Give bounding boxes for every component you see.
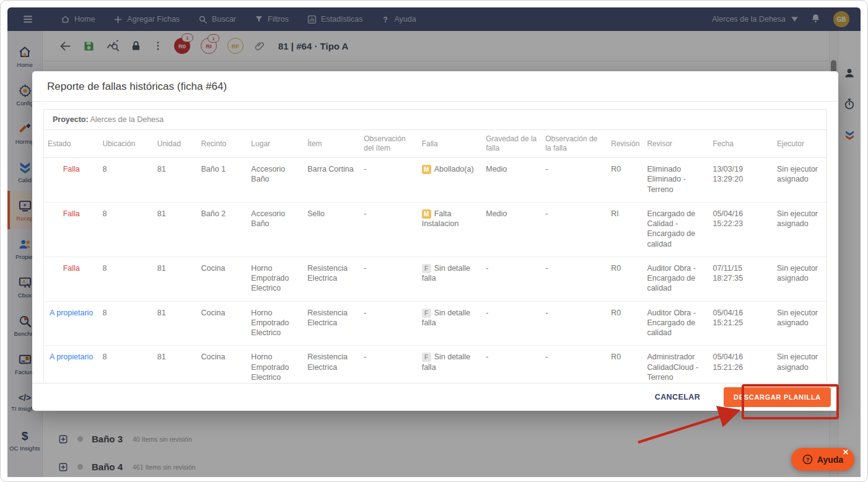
cell-gravedad: - xyxy=(482,256,541,301)
falla-badge-f: F xyxy=(422,353,431,362)
column-header-revision: Revisión xyxy=(607,130,643,158)
cell-lugar: Horno Empotrado Electrico xyxy=(247,256,304,301)
cell-falla: MFalta Instalacion xyxy=(418,202,483,256)
cell-fecha: 13/03/19 13:29:20 xyxy=(709,158,773,203)
cell-lugar: Horno Empotrado Electrico xyxy=(247,346,304,382)
modal-reporte-fallas: Reporte de fallas históricas (ficha #64)… xyxy=(32,71,838,411)
cell-fecha: 05/04/16 15:21:25 xyxy=(709,301,773,346)
column-header-ubicacion: Ubicación xyxy=(99,130,153,158)
cell-fecha: 05/04/16 15:22:23 xyxy=(709,202,773,256)
cell-observacion_falla: - xyxy=(541,346,607,382)
cell-gravedad: Medio xyxy=(482,202,541,256)
cell-estado: A propietario xyxy=(44,301,99,346)
project-label: Proyecto: xyxy=(53,115,89,124)
cell-unidad: 81 xyxy=(154,346,198,382)
cell-ejecutor: Sin ejecutor asignado xyxy=(773,346,826,382)
cell-ejecutor: Sin ejecutor asignado xyxy=(773,202,826,256)
column-header-observacion-de-la-falla: Observación de la falla xyxy=(541,130,607,158)
column-header-lugar: Lugar xyxy=(247,130,304,158)
column-header-unidad: Unidad xyxy=(154,130,198,158)
cell-revisor: Auditor Obra - Encargado de calidad xyxy=(643,256,709,301)
cell-estado: A propietario xyxy=(44,346,99,382)
falla-badge-f: F xyxy=(422,309,431,318)
cell-recinto: Baño 1 xyxy=(198,158,248,203)
cell-revision: R0 xyxy=(607,158,643,203)
cell-observacion_item: - xyxy=(360,158,418,203)
falla-badge-f: F xyxy=(422,264,431,273)
project-row: Proyecto: Alerces de la Dehesa xyxy=(44,110,826,130)
cell-revisor: Eliminado Eliminado - Terreno xyxy=(643,158,709,203)
cell-observacion_item: - xyxy=(360,301,418,346)
table-row: Falla881Baño 1Accesorio BañoBarra Cortin… xyxy=(44,158,826,203)
cell-revision: R0 xyxy=(607,301,643,346)
cell-fecha: 07/11/15 18:27:35 xyxy=(709,256,773,301)
column-header-falla: Falla xyxy=(418,130,483,158)
table-row: A propietario881CocinaHorno Empotrado El… xyxy=(44,301,826,346)
cell-observacion_falla: - xyxy=(541,256,607,301)
cell-gravedad: Medio xyxy=(482,158,541,203)
fallas-table: EstadoUbicaciónUnidadRecintoLugarÍtemObs… xyxy=(44,130,826,382)
cell-observacion_item: - xyxy=(360,202,418,256)
cell-fecha: 05/04/16 15:21:26 xyxy=(709,346,773,382)
cell-unidad: 81 xyxy=(154,158,198,203)
help-fab-label: Ayuda xyxy=(817,455,843,465)
falla-badge-m: M xyxy=(422,209,431,219)
cell-estado: Falla xyxy=(44,202,99,256)
cell-ejecutor: Sin ejecutor asignado xyxy=(773,256,826,301)
cell-lugar: Accesorio Baño xyxy=(247,202,304,256)
cell-observacion_falla: - xyxy=(541,158,607,203)
cell-item: Resistencia Electrica xyxy=(304,301,360,346)
cell-unidad: 81 xyxy=(154,301,198,346)
download-planilla-button[interactable]: DESCARGAR PLANILLA xyxy=(724,387,831,407)
cell-item: Barra Cortina xyxy=(304,158,360,203)
table-row: Falla881CocinaHorno Empotrado ElectricoR… xyxy=(44,256,826,301)
cell-falla: FSin detalle falla xyxy=(418,346,483,382)
cell-ejecutor: Sin ejecutor asignado xyxy=(773,158,826,203)
table-row: A propietario881CocinaHorno Empotrado El… xyxy=(44,346,826,382)
falla-text: Abollado(a) xyxy=(434,165,474,173)
cell-revision: RI xyxy=(607,202,643,256)
cell-item: Resistencia Electrica xyxy=(304,256,360,301)
table-row: Falla881Baño 2Accesorio BañoSello-MFalta… xyxy=(44,202,826,256)
column-header-observacion-del-item: Observación del ítem xyxy=(360,130,418,158)
cell-unidad: 81 xyxy=(154,202,198,256)
cell-revisor: Encargado de Calidad - Encargado de cali… xyxy=(643,202,709,256)
svg-text:?: ? xyxy=(806,457,810,463)
cell-revision: R0 xyxy=(607,346,643,382)
cell-ubicacion: 8 xyxy=(99,301,153,346)
modal-title: Reporte de fallas históricas (ficha #64) xyxy=(32,71,838,102)
column-header-revisor: Revisor xyxy=(643,130,709,158)
help-circle-icon: ? xyxy=(802,454,813,465)
column-header-recinto: Recinto xyxy=(198,130,248,158)
column-header-ejecutor: Ejecutor xyxy=(773,130,826,158)
cell-estado: Falla xyxy=(44,158,99,203)
cell-revisor: Auditor Obra - Encargado de calidad xyxy=(643,301,709,346)
cell-observacion_falla: - xyxy=(541,202,607,256)
cell-falla: FSin detalle falla xyxy=(418,301,483,346)
modal-footer: CANCELAR DESCARGAR PLANILLA xyxy=(32,383,838,411)
cell-falla: MAbollado(a) xyxy=(418,158,483,203)
cell-ubicacion: 8 xyxy=(99,202,153,256)
cell-falla: FSin detalle falla xyxy=(418,256,483,301)
cell-ubicacion: 8 xyxy=(99,158,153,203)
cell-recinto: Baño 2 xyxy=(198,202,248,256)
cell-gravedad: - xyxy=(482,346,541,382)
cell-ubicacion: 8 xyxy=(99,346,153,382)
falla-badge-m: M xyxy=(422,165,431,174)
status-label: A propietario xyxy=(50,353,93,361)
status-label: A propietario xyxy=(50,309,93,317)
cell-item: Resistencia Electrica xyxy=(304,346,360,382)
cell-lugar: Horno Empotrado Electrico xyxy=(247,301,304,346)
help-close-icon[interactable]: ✕ xyxy=(843,449,849,456)
cell-ejecutor: Sin ejecutor asignado xyxy=(773,301,826,346)
cancel-button[interactable]: CANCELAR xyxy=(651,392,704,402)
table-header-row: EstadoUbicaciónUnidadRecintoLugarÍtemObs… xyxy=(44,130,826,158)
cell-lugar: Accesorio Baño xyxy=(247,158,304,203)
cell-observacion_item: - xyxy=(360,256,418,301)
cell-revisor: Administrador CalidadCloud - Terreno xyxy=(643,346,709,382)
column-header-item: Ítem xyxy=(304,130,360,158)
cell-recinto: Cocina xyxy=(198,301,248,346)
column-header-estado: Estado xyxy=(44,130,99,158)
help-fab[interactable]: ? Ayuda ✕ xyxy=(791,448,854,471)
status-label: Falla xyxy=(63,264,80,273)
